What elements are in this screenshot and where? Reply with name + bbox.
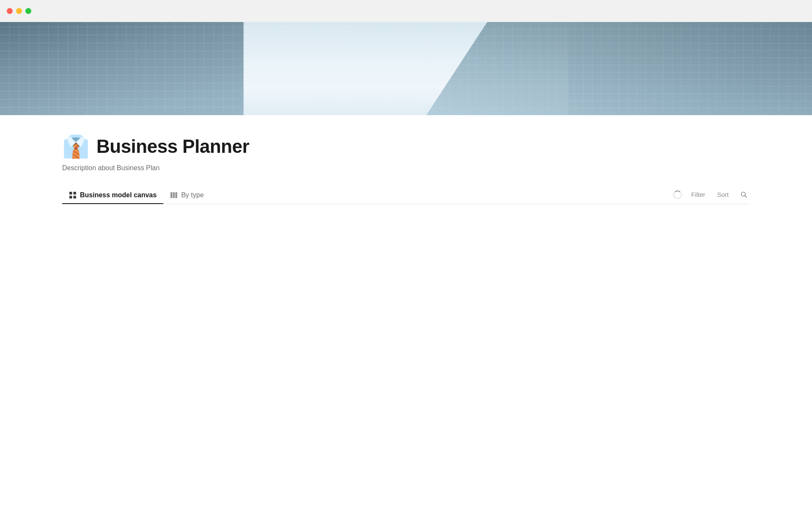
page-title: Business Planner (96, 136, 249, 157)
tab-business-model-canvas[interactable]: Business model canvas (62, 187, 163, 204)
page-title-row: 👔 Business Planner (62, 135, 750, 157)
filter-button[interactable]: Filter (689, 189, 708, 200)
grid-icon (69, 191, 77, 199)
tab-by-type-label: By type (181, 191, 203, 199)
svg-rect-2 (69, 196, 72, 199)
tab-by-type[interactable]: By type (163, 187, 210, 204)
loading-spinner (673, 190, 682, 199)
page-description: Description about Business Plan (62, 164, 750, 172)
sort-label: Sort (717, 191, 729, 198)
svg-rect-5 (173, 192, 175, 198)
title-bar (0, 0, 812, 22)
svg-rect-0 (69, 192, 72, 195)
columns-icon (170, 191, 178, 199)
tab-bar: Business model canvas By type (62, 187, 750, 204)
sort-button[interactable]: Sort (714, 189, 731, 200)
svg-rect-1 (74, 192, 77, 195)
tabs-right: Filter Sort (673, 189, 750, 202)
hero-image (0, 22, 812, 115)
minimize-button[interactable] (16, 8, 22, 14)
page-emoji: 👔 (62, 135, 90, 157)
svg-line-8 (745, 196, 746, 197)
svg-rect-4 (170, 192, 173, 198)
hero-building-left (0, 22, 357, 115)
window-controls (7, 8, 31, 14)
main-content: 👔 Business Planner Description about Bus… (0, 115, 812, 458)
content-area (62, 204, 750, 458)
search-button[interactable] (738, 189, 750, 201)
filter-label: Filter (691, 191, 705, 198)
search-icon (741, 191, 747, 199)
tabs-left: Business model canvas By type (62, 187, 673, 204)
svg-rect-6 (176, 192, 178, 198)
svg-rect-3 (74, 196, 77, 199)
close-button[interactable] (7, 8, 13, 14)
maximize-button[interactable] (25, 8, 31, 14)
tab-business-model-canvas-label: Business model canvas (80, 191, 156, 199)
